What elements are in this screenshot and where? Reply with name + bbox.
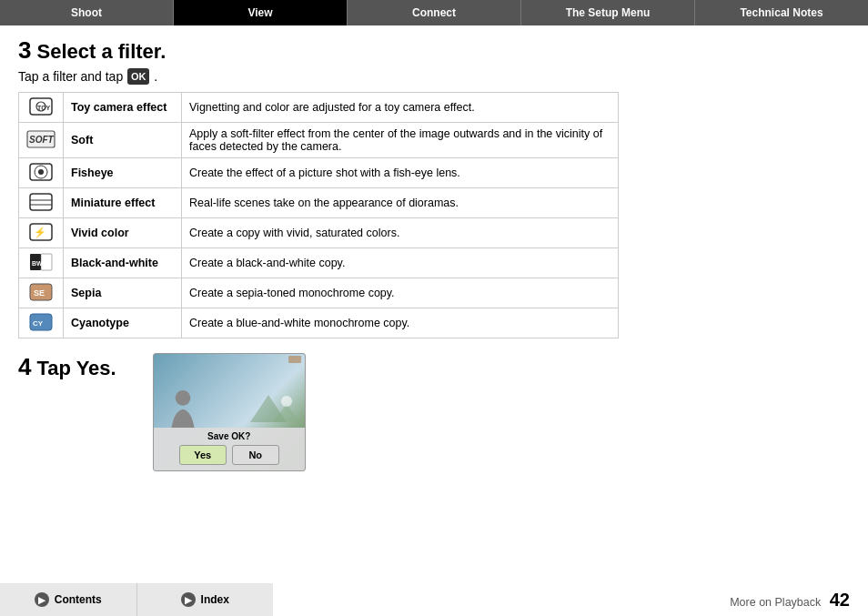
- tab-technical-notes[interactable]: Technical Notes: [695, 0, 868, 25]
- filter-icon-4: ⚡: [19, 218, 64, 248]
- step3-title: Select a filter.: [36, 40, 166, 64]
- filter-icon-1: SOFT: [19, 123, 64, 158]
- svg-text:⚡: ⚡: [34, 226, 46, 238]
- svg-text:CY: CY: [33, 319, 44, 328]
- contents-button[interactable]: ▶ Contents: [0, 583, 137, 616]
- filter-desc-0: Vignetting and color are adjusted for a …: [182, 93, 619, 123]
- tab-view[interactable]: View: [174, 0, 348, 25]
- filter-desc-7: Create a blue-and-white monochrome copy.: [182, 308, 619, 338]
- filter-icon-6: SE: [19, 278, 64, 308]
- svg-text:SOFT: SOFT: [29, 135, 55, 145]
- top-navigation: Shoot View Connect The Setup Menu Techni…: [0, 0, 868, 25]
- filter-row: Miniature effectReal-life scenes take on…: [19, 188, 619, 218]
- filter-desc-1: Apply a soft-filter effect from the cent…: [182, 123, 619, 158]
- svg-text:BW: BW: [32, 260, 43, 267]
- filter-desc-4: Create a copy with vivid, saturated colo…: [182, 218, 619, 248]
- filter-row: CYCyanotypeCreate a blue-and-white monoc…: [19, 308, 619, 338]
- filter-icon-5: BW: [19, 248, 64, 278]
- filter-row: SESepiaCreate a sepia-toned monochrome c…: [19, 278, 619, 308]
- filter-name-3: Miniature effect: [64, 188, 182, 218]
- filter-name-0: Toy camera effect: [64, 93, 182, 123]
- contents-arrow-icon: ▶: [35, 592, 49, 607]
- filter-table: TOYToy camera effectVignetting and color…: [18, 92, 619, 338]
- no-button[interactable]: No: [232, 445, 279, 465]
- tab-shoot[interactable]: Shoot: [0, 0, 174, 25]
- filter-row: ⚡Vivid colorCreate a copy with vivid, sa…: [19, 218, 619, 248]
- filter-row: FisheyeCreate the effect of a picture sh…: [19, 158, 619, 188]
- main-content: 3 Select a filter. Tap a filter and tap …: [0, 25, 868, 482]
- more-on-label: More on Playback: [730, 596, 821, 609]
- svg-text:SE: SE: [34, 288, 45, 298]
- step3-subtext: Tap a filter and tap OK .: [18, 68, 850, 85]
- dialog-title: Save OK?: [159, 431, 299, 441]
- svg-point-7: [38, 169, 44, 175]
- filter-name-4: Vivid color: [64, 218, 182, 248]
- filter-row: SOFTSoftApply a soft-filter effect from …: [19, 123, 619, 158]
- save-dialog: Save OK? Yes No: [154, 428, 305, 470]
- preview-top-bar: [288, 356, 301, 363]
- index-button[interactable]: ▶ Index: [137, 583, 274, 616]
- svg-point-20: [175, 390, 190, 406]
- step4-title: Tap Yes.: [36, 357, 116, 380]
- page-info: More on Playback 42: [273, 590, 868, 611]
- filter-row: TOYToy camera effectVignetting and color…: [19, 93, 619, 123]
- ok-button-icon: OK: [127, 68, 149, 85]
- tab-setup-menu[interactable]: The Setup Menu: [521, 0, 695, 25]
- filter-name-6: Sepia: [64, 278, 182, 308]
- step4-heading: 4 Tap Yes.: [18, 353, 116, 381]
- filter-name-2: Fisheye: [64, 158, 182, 188]
- step3-heading: 3 Select a filter.: [18, 36, 850, 65]
- filter-icon-0: TOY: [19, 93, 64, 123]
- filter-desc-3: Real-life scenes take on the appearance …: [182, 188, 619, 218]
- filter-name-5: Black-and-white: [64, 248, 182, 278]
- svg-rect-14: [41, 254, 52, 270]
- filter-name-7: Cyanotype: [64, 308, 182, 338]
- filter-desc-5: Create a black-and-white copy.: [182, 248, 619, 278]
- filter-icon-2: [19, 158, 64, 188]
- filter-icon-7: CY: [19, 308, 64, 338]
- yes-button[interactable]: Yes: [179, 445, 227, 465]
- bottom-nav: ▶ Contents ▶ Index: [0, 583, 273, 616]
- step4-section: 4 Tap Yes. Save OK?: [18, 353, 850, 471]
- svg-rect-8: [30, 194, 52, 210]
- dialog-buttons: Yes No: [159, 445, 299, 465]
- index-arrow-icon: ▶: [181, 592, 196, 607]
- filter-icon-3: [19, 188, 64, 218]
- step3-section: 3 Select a filter. Tap a filter and tap …: [18, 36, 850, 338]
- tab-connect[interactable]: Connect: [348, 0, 521, 25]
- filter-name-1: Soft: [64, 123, 182, 158]
- bottom-bar: ▶ Contents ▶ Index More on Playback 42: [0, 583, 868, 616]
- page-number: 42: [830, 590, 850, 610]
- step4-number: 4: [18, 353, 31, 381]
- svg-text:TOY: TOY: [37, 105, 51, 111]
- filter-row: BWBlack-and-whiteCreate a black-and-whit…: [19, 248, 619, 278]
- step3-number: 3: [18, 36, 31, 65]
- filter-desc-6: Create a sepia-toned monochrome copy.: [182, 278, 619, 308]
- filter-desc-2: Create the effect of a picture shot with…: [182, 158, 619, 188]
- camera-preview: Save OK? Yes No: [153, 353, 306, 471]
- svg-point-23: [281, 396, 292, 407]
